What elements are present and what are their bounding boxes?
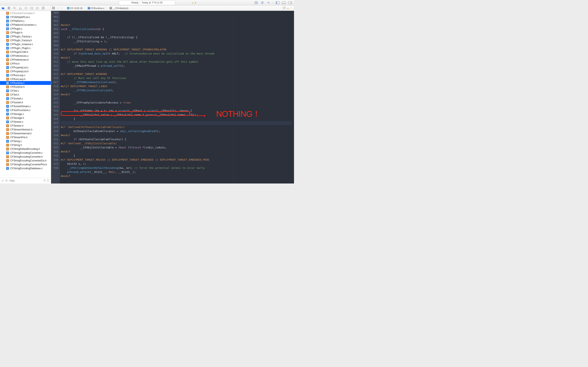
file-row[interactable]: hCFNumberFormatter.h	[0, 11, 51, 15]
file-row[interactable]: cCFSet.c	[0, 89, 51, 93]
issue-navigator-icon[interactable]	[19, 7, 22, 10]
file-row[interactable]: hCFStreamInternal.h	[0, 132, 51, 135]
toggle-bottom-panel-icon[interactable]	[281, 1, 286, 5]
line-number[interactable]: 924	[53, 109, 58, 113]
line-number[interactable]: 933	[53, 146, 58, 150]
file-row[interactable]: cCFRuntime.c	[0, 81, 51, 85]
file-row[interactable]: hCFSet.h	[0, 93, 51, 97]
code-line[interactable]: }	[61, 154, 294, 158]
code-line[interactable]	[61, 31, 294, 35]
scm-filter-icon[interactable]	[47, 179, 49, 182]
line-number[interactable]: 913	[53, 64, 58, 68]
project-navigator-icon[interactable]	[2, 7, 5, 10]
file-row[interactable]: cCFString.c	[0, 139, 51, 143]
file-list[interactable]: hCFNumberFormatter.hcCFOldStylePList.ccC…	[0, 11, 51, 178]
code-line[interactable]: #elif DEPLOYMENT_TARGET_LINUX	[61, 84, 294, 88]
line-number[interactable]: 911	[53, 56, 58, 60]
code-line[interactable]: #endif	[61, 133, 294, 137]
code-line[interactable]	[61, 121, 294, 125]
file-row[interactable]: hCFPropertyList.h	[0, 69, 51, 73]
code-line[interactable]: pthread_atfork(__01121__, NULL, __01123_…	[61, 170, 294, 174]
file-row[interactable]: cCFSocketStream.c	[0, 104, 51, 108]
find-navigator-icon[interactable]	[13, 7, 16, 10]
editor-options-icon[interactable]	[254, 1, 259, 5]
file-row[interactable]: cCFStream.c	[0, 120, 51, 124]
line-number[interactable]: 920	[53, 92, 58, 97]
code-line[interactable]: __CFProphylacticAutofsAccess = true;	[61, 101, 294, 105]
line-number[interactable]: 928	[53, 125, 58, 129]
code-line[interactable]: #endif	[61, 150, 294, 154]
line-number[interactable]: 926	[53, 117, 58, 121]
line-number[interactable]: 937	[53, 162, 58, 166]
code-line[interactable]	[61, 178, 294, 182]
line-number[interactable]: 923	[53, 105, 58, 109]
line-number[interactable]: 915	[53, 72, 58, 76]
code-line[interactable]: // move this next line up into the #if a…	[61, 60, 294, 64]
code-line[interactable]: kCFUseCollectableAllocator = objc_collec…	[61, 129, 294, 133]
code-line[interactable]: #if !defined(kCFUseCollectableAllocator)	[61, 125, 294, 129]
file-row[interactable]: cCFPlugIn_PlugIn.c	[0, 46, 51, 50]
file-row[interactable]: hCFRunLoop.h	[0, 77, 51, 81]
code-line[interactable]	[61, 43, 294, 48]
file-row[interactable]: hCFPreferences.h	[0, 58, 51, 62]
file-row[interactable]: hCFPlugInCOM.h	[0, 50, 51, 54]
nav-back-button[interactable]: 〈	[56, 7, 60, 10]
file-row[interactable]: cCFPlugIn.c	[0, 27, 51, 31]
code-line[interactable]: __CFInitializing = 1;	[61, 39, 294, 43]
line-number[interactable]: 904	[53, 27, 58, 31]
source-control-navigator-icon[interactable]	[7, 7, 10, 10]
file-row[interactable]: cCFPreferences.c	[0, 54, 51, 58]
line-number[interactable]: 929	[53, 129, 58, 133]
report-navigator-icon[interactable]	[42, 7, 44, 10]
line-number[interactable]: 930	[53, 133, 58, 137]
code-line[interactable]: __CFEnv[idx].value = __CFEnv[idx].name ?…	[61, 113, 294, 117]
line-number[interactable]: 903	[53, 23, 58, 27]
line-number[interactable]: 910	[53, 52, 58, 56]
file-row[interactable]: cCFRunLoop.c	[0, 73, 51, 77]
file-row[interactable]: cCFOldStylePList.c	[0, 15, 51, 19]
line-number[interactable]: 925	[53, 113, 58, 117]
line-number[interactable]: 918	[53, 84, 58, 88]
code-line[interactable]: UInt32 s, r;	[61, 162, 294, 166]
line-number[interactable]: 934	[53, 150, 58, 154]
code-line[interactable]: #if DEPLOYMENT_TARGET_MACOSX || DEPLOYME…	[61, 158, 294, 162]
code-line[interactable]: __CFObjCIsCollectable = (bool (*)(void *…	[61, 146, 294, 150]
line-number[interactable]: 919	[53, 88, 58, 92]
code-line[interactable]: }	[61, 117, 294, 121]
file-row[interactable]: hCFStringEncodingConverter.h	[0, 155, 51, 158]
file-row[interactable]: hCFPlugIn_Factory.h	[0, 38, 51, 42]
file-row[interactable]: hCFStringEncodingConverterPriv.h	[0, 162, 51, 166]
file-row[interactable]: cCFPlatform.c	[0, 19, 51, 23]
code-line[interactable]: __CFTSDLinuxInitialize();	[61, 88, 294, 92]
file-row[interactable]: hCFStreamPriv.h	[0, 135, 51, 139]
line-number[interactable]: 902	[53, 19, 58, 23]
file-row[interactable]: cCFSocket.c	[0, 97, 51, 100]
toggle-right-panel-icon[interactable]	[288, 1, 292, 5]
code-line[interactable]: if (!__CFInitialized && !__CFInitializin…	[61, 35, 294, 39]
test-navigator-icon[interactable]	[25, 7, 27, 10]
code-review-icon[interactable]	[283, 7, 286, 9]
code-line[interactable]: __CFTSDWindowsInitialize();	[61, 80, 294, 84]
file-row[interactable]: hCFRuntime.h	[0, 85, 51, 89]
add-button[interactable]: +	[2, 179, 3, 183]
file-row[interactable]: cCFPlugIn_Instance.c	[0, 42, 51, 46]
code-line[interactable]	[61, 68, 294, 72]
code-line[interactable]: #if DEPLOYMENT_TARGET_WINDOWS	[61, 72, 294, 76]
file-row[interactable]: hCFStringDefaultEncoding.h	[0, 147, 51, 151]
code-line[interactable]: if (kCFUseCollectableAllocator) {	[61, 137, 294, 142]
code-area[interactable]: #endifvoid __CFInitialize(void) { if (!_…	[60, 11, 294, 184]
line-number[interactable]: 932	[53, 142, 58, 146]
line-gutter[interactable]: 9009019029039049059069079089099109119129…	[51, 11, 60, 184]
line-number[interactable]: 909	[53, 48, 58, 52]
line-number[interactable]: 900	[53, 11, 58, 15]
nav-forward-button[interactable]: 〉	[60, 7, 65, 10]
line-number[interactable]: 914	[53, 68, 58, 72]
line-number[interactable]: 907	[53, 39, 58, 43]
code-line[interactable]: if (!pthread_main_np()) HALT; // CoreFou…	[61, 52, 294, 56]
file-row[interactable]: cCFStringEncodingDatabase.c	[0, 166, 51, 170]
code-line[interactable]: __CFStringGetUserDefaultEncoding(&s, &r)…	[61, 166, 294, 170]
file-row[interactable]: cCFPropertyList.c	[0, 66, 51, 69]
version-editor-icon[interactable]	[266, 1, 271, 5]
code-line[interactable]: #endif	[61, 23, 294, 27]
code-line[interactable]: _CFMainPThread = pthread_self();	[61, 64, 294, 68]
